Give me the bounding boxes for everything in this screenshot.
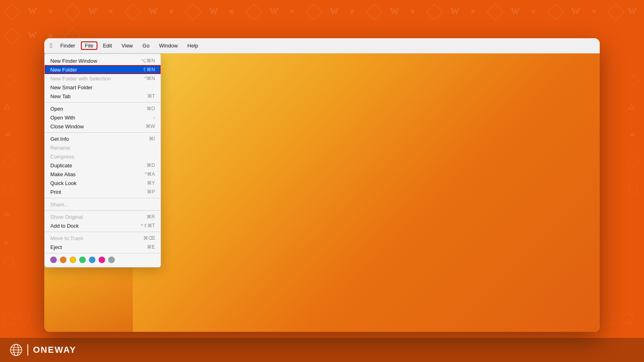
svg-text:×: × [169,8,173,16]
svg-marker-3 [64,4,80,20]
svg-text:W: W [451,6,459,16]
svg-marker-9 [185,4,201,20]
svg-rect-41 [604,314,614,324]
svg-marker-47 [4,185,12,193]
menu-item-open-with[interactable]: Open With › [45,113,161,122]
finder-window:  Finder File Edit View Go Window Help N… [44,38,600,332]
menu-section-5: Show Original ⌘R Add to Dock ^⇧⌘T [45,210,161,231]
menu-file[interactable]: File [81,41,97,50]
svg-marker-55 [629,185,637,193]
menu-section-6: Move to Trash ⌘⌫ Eject ⌘E [45,232,161,252]
dot-yellow[interactable] [70,257,76,263]
dot-green[interactable] [79,257,86,263]
svg-text:W: W [628,6,636,16]
svg-text:W: W [270,6,278,16]
svg-marker-43 [6,74,14,86]
menu-view[interactable]: View [118,41,137,50]
menu-item-show-original: Show Original ⌘R [45,212,161,221]
menu-item-make-alias[interactable]: Make Alias ^⌘A [45,170,161,179]
svg-marker-21 [427,4,443,20]
svg-point-54 [629,156,638,166]
svg-marker-51 [630,74,638,86]
menu-item-eject[interactable]: Eject ⌘E [45,243,161,251]
window-content: New Finder Window ⌥⌘N New Folder ⇧⌘N New… [44,53,600,332]
svg-marker-6 [125,4,141,20]
color-dots-row [45,253,161,265]
bottom-bar: ONEWAY [0,338,644,362]
svg-text:W: W [28,6,37,16]
menu-item-share: Share... [45,200,161,209]
svg-text:×: × [229,8,234,16]
menu-item-add-to-dock[interactable]: Add to Dock ^⇧⌘T [45,221,161,230]
logo-divider [27,344,28,356]
menu-item-close-window[interactable]: Close Window ⌘W [45,122,161,131]
svg-text:⊲: ⊲ [630,131,635,138]
svg-marker-27 [547,4,564,20]
svg-text:W: W [330,6,339,16]
svg-text:W: W [390,6,399,16]
svg-text:W: W [209,6,218,16]
svg-marker-15 [306,4,322,20]
file-menu-dropdown: New Finder Window ⌥⌘N New Folder ⇧⌘N New… [44,53,161,267]
menu-finder[interactable]: Finder [56,41,79,50]
menu-item-move-to-trash: Move to Trash ⌘⌫ [45,234,161,243]
svg-text:×: × [290,8,294,16]
dot-purple[interactable] [50,257,57,263]
svg-text:×: × [48,8,53,16]
svg-text:W: W [89,6,97,16]
svg-text:△: △ [4,102,10,110]
dot-orange[interactable] [60,257,66,263]
svg-text:W: W [572,6,580,16]
menu-item-new-tab[interactable]: New Tab ⌘T [45,92,161,101]
svg-text:×: × [531,8,536,16]
svg-text:×: × [471,8,475,16]
svg-point-37 [19,314,29,323]
menu-section-1: New Finder Window ⌥⌘N New Folder ⇧⌘N New… [45,56,161,101]
svg-marker-12 [246,4,262,20]
menu-section-3: Get Info ⌘I Rename Compress Duplicate ⌘D… [45,132,161,197]
menu-item-new-smart-folder[interactable]: New Smart Folder [45,83,161,92]
svg-text:W: W [28,30,37,40]
menu-item-new-folder-selection: New Folder with Selection ^⌘N [45,74,161,83]
main-content [133,53,600,332]
svg-point-42 [623,314,633,323]
svg-marker-0 [4,4,20,20]
menu-go[interactable]: Go [138,41,153,50]
svg-text:∿: ∿ [4,211,10,219]
menu-item-quick-look[interactable]: Quick Look ⌘Y [45,179,161,187]
menu-item-print[interactable]: Print ⌘P [45,187,161,196]
svg-text:×: × [109,8,113,16]
svg-marker-18 [366,4,382,20]
svg-text:⊲: ⊲ [5,131,10,138]
dot-pink[interactable] [99,257,105,263]
menu-item-duplicate[interactable]: Duplicate ⌘D [45,161,161,170]
menu-item-open[interactable]: Open ⌘O [45,104,161,113]
menu-item-get-info[interactable]: Get Info ⌘I [45,134,161,143]
menu-window[interactable]: Window [155,41,182,50]
menu-section-2: Open ⌘O Open With › Close Window ⌘W [45,102,161,132]
menu-item-rename: Rename [45,143,161,152]
svg-point-46 [4,156,14,166]
svg-text:×: × [592,8,596,16]
logo-text: ONEWAY [33,345,76,355]
menu-edit[interactable]: Edit [99,41,116,50]
menu-help[interactable]: Help [184,41,202,50]
svg-text:×: × [350,8,355,16]
menu-bar:  Finder File Edit View Go Window Help [44,38,600,53]
svg-text:△: △ [629,102,634,110]
svg-text:W: W [511,6,520,16]
svg-marker-32 [4,28,20,44]
svg-text:×: × [411,8,415,16]
svg-point-50 [4,257,14,266]
menu-section-4: Share... [45,198,161,210]
menu-item-compress: Compress [45,152,161,161]
menu-item-new-finder-window[interactable]: New Finder Window ⌥⌘N [45,56,161,65]
apple-logo[interactable]:  [50,42,52,49]
menu-item-new-folder[interactable]: New Folder ⇧⌘N [45,65,161,74]
dot-blue[interactable] [89,257,95,263]
svg-text:×: × [4,239,8,247]
svg-marker-30 [608,4,624,20]
dot-gray[interactable] [108,257,115,263]
svg-text:W: W [149,6,157,16]
svg-marker-24 [487,4,503,20]
